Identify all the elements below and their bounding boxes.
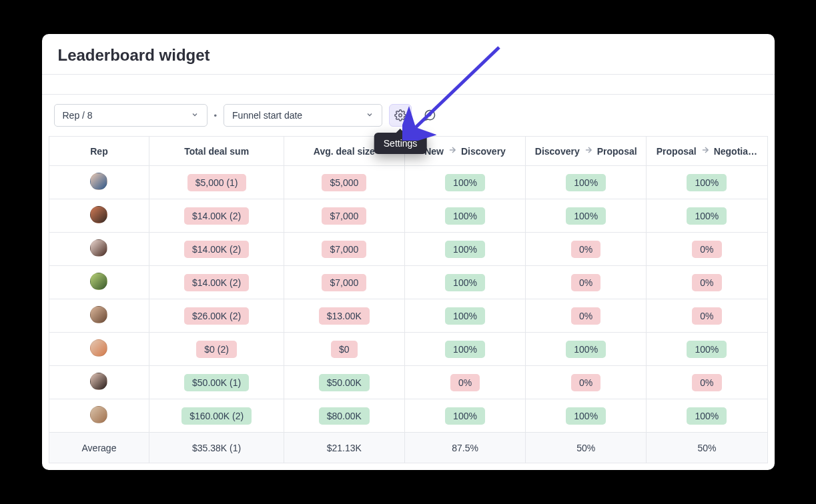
- total-cell: $26.00K (2): [149, 299, 284, 333]
- stage-pill: 100%: [445, 241, 485, 258]
- stage1-cell: 100%: [404, 299, 525, 333]
- rep-cell: [49, 199, 149, 233]
- stage-pill: 100%: [687, 341, 727, 358]
- avatar[interactable]: [90, 373, 107, 390]
- stage-pill: 0%: [692, 241, 721, 258]
- stage-to: Discovery: [461, 146, 506, 157]
- table-row: $0 (2)$0100%100%100%: [49, 333, 767, 366]
- avatar[interactable]: [90, 273, 107, 290]
- avatar[interactable]: [90, 239, 107, 257]
- avg-cell: $0: [284, 333, 404, 366]
- spacer-row: [42, 75, 775, 95]
- header-rep[interactable]: Rep: [49, 137, 149, 166]
- avg-total: $35.38K (1): [149, 433, 284, 463]
- leaderboard-table: Rep Total deal sum Avg. deal size New Di…: [49, 136, 768, 463]
- settings-tooltip: Settings: [374, 133, 427, 154]
- avg-pill: $7,000: [322, 241, 366, 258]
- stage-pill: 100%: [687, 407, 727, 425]
- rep-cell: [49, 166, 149, 199]
- total-pill: $14.00K (2): [184, 241, 249, 258]
- stage-pill: 0%: [692, 274, 721, 291]
- stage1-cell: 0%: [404, 366, 525, 399]
- total-pill: $14.00K (2): [184, 274, 249, 291]
- funnel-start-select[interactable]: Funnel start date: [224, 104, 382, 127]
- stage3-cell: 100%: [647, 399, 767, 433]
- total-pill: $50.00K (1): [184, 374, 249, 391]
- average-row: Average$35.38K (1)$21.13K87.5%50%50%: [49, 433, 767, 463]
- settings-button[interactable]: Settings: [389, 104, 412, 127]
- avatar[interactable]: [90, 206, 107, 223]
- stage-pill: 100%: [445, 174, 485, 191]
- stage3-cell: 100%: [647, 199, 767, 233]
- stage-pill: 0%: [692, 374, 721, 391]
- rep-select[interactable]: Rep / 8: [54, 104, 208, 127]
- header-stage-proposal-negotiation[interactable]: Proposal Negotia…: [647, 137, 767, 166]
- stage1-cell: 100%: [404, 166, 525, 199]
- stage2-cell: 0%: [526, 366, 647, 399]
- stage2-cell: 0%: [526, 299, 647, 333]
- stage3-cell: 0%: [647, 266, 767, 299]
- stage-pill: 0%: [450, 374, 480, 391]
- chevron-down-icon: [191, 110, 199, 121]
- stage2-cell: 100%: [526, 333, 647, 366]
- header-stage-discovery-proposal[interactable]: Discovery Proposal: [526, 137, 647, 166]
- arrow-right-icon: [701, 145, 710, 157]
- stage2-cell: 0%: [526, 233, 647, 266]
- stage-pill: 100%: [566, 207, 606, 225]
- avg-s2: 50%: [526, 433, 647, 463]
- total-pill: $5,000 (1): [187, 174, 246, 191]
- header-total[interactable]: Total deal sum: [149, 137, 284, 166]
- stage-pill: 100%: [445, 274, 485, 291]
- feedback-button[interactable]: [418, 104, 441, 127]
- avg-pill: $7,000: [322, 207, 366, 225]
- stage3-cell: 0%: [647, 299, 767, 333]
- stage-pill: 0%: [571, 274, 600, 291]
- total-cell: $0 (2): [149, 333, 284, 366]
- avg-avgsize: $21.13K: [284, 433, 404, 463]
- avg-cell: $13.00K: [284, 299, 404, 333]
- total-cell: $14.00K (2): [149, 199, 284, 233]
- avg-s3: 50%: [647, 433, 767, 463]
- avg-cell: $7,000: [284, 266, 404, 299]
- avg-cell: $7,000: [284, 233, 404, 266]
- arrow-right-icon: [448, 145, 457, 157]
- stage-from: New: [424, 146, 444, 157]
- stage-pill: 100%: [566, 174, 606, 191]
- stage-from: Proposal: [657, 146, 697, 157]
- rep-cell: [49, 266, 149, 299]
- stage-pill: 100%: [445, 307, 485, 325]
- stage-pill: 100%: [445, 341, 485, 358]
- funnel-select-value: Funnel start date: [232, 110, 302, 121]
- gear-icon: [394, 109, 406, 121]
- avg-cell: $7,000: [284, 199, 404, 233]
- avg-pill: $7,000: [322, 274, 366, 291]
- table-row: $26.00K (2)$13.00K100%0%0%: [49, 299, 767, 333]
- avg-pill: $50.00K: [319, 374, 370, 391]
- table-row: $14.00K (2)$7,000100%0%0%: [49, 233, 767, 266]
- total-cell: $50.00K (1): [149, 366, 284, 399]
- avatar[interactable]: [90, 406, 107, 423]
- rep-cell: [49, 233, 149, 266]
- avatar[interactable]: [90, 339, 107, 357]
- stage-to: Negotia…: [714, 146, 757, 157]
- avg-cell: $80.00K: [284, 399, 404, 433]
- table-row: $14.00K (2)$7,000100%0%0%: [49, 266, 767, 299]
- stage2-cell: 0%: [526, 266, 647, 299]
- avg-s1: 87.5%: [404, 433, 525, 463]
- heart-chat-icon: [423, 109, 436, 122]
- total-cell: $160.00K (2): [149, 399, 284, 433]
- stage-pill: 0%: [571, 241, 600, 258]
- avg-pill: $5,000: [322, 174, 366, 191]
- stage-pill: 0%: [692, 307, 721, 325]
- avatar[interactable]: [90, 306, 107, 323]
- stage3-cell: 100%: [647, 333, 767, 366]
- avg-label: Average: [49, 433, 149, 463]
- stage-pill: 100%: [687, 174, 727, 191]
- total-pill: $14.00K (2): [184, 207, 249, 225]
- total-pill: $160.00K (2): [181, 407, 252, 425]
- avatar[interactable]: [90, 173, 107, 190]
- stage1-cell: 100%: [404, 233, 525, 266]
- stage-pill: 0%: [571, 307, 600, 325]
- avg-pill: $0: [331, 341, 358, 358]
- avg-cell: $50.00K: [284, 366, 404, 399]
